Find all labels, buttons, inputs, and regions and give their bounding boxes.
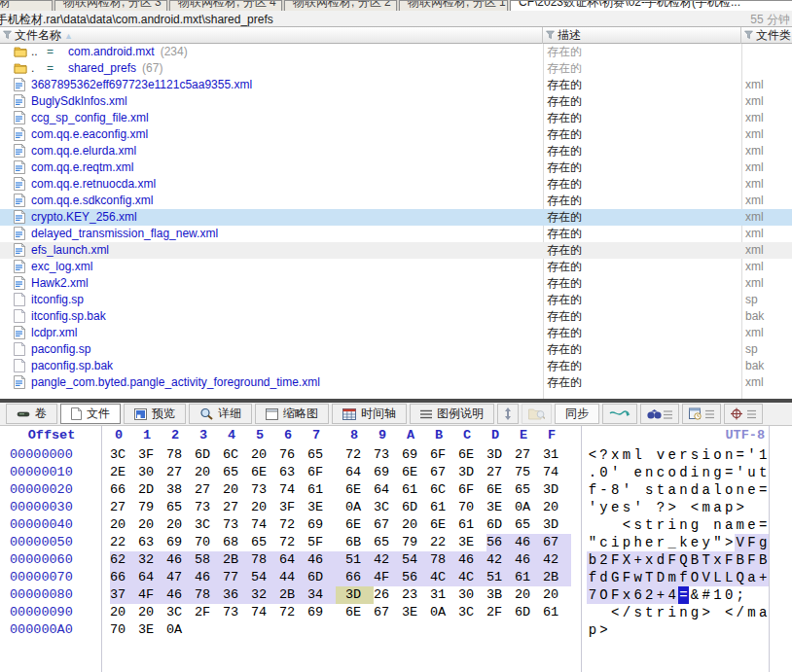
hex-byte[interactable]: 2B <box>543 569 571 586</box>
hex-byte[interactable]: 26 <box>374 586 402 604</box>
text-char[interactable]: B <box>757 551 769 569</box>
hex-byte[interactable]: 20 <box>195 464 223 481</box>
text-char[interactable]: n <box>678 604 690 621</box>
toolbar-button-缩略图[interactable]: 缩略图 <box>255 404 329 424</box>
hex-byte[interactable]: 27 <box>166 464 195 481</box>
file-row[interactable]: itconfig.sp.bak存在的bak <box>0 308 792 325</box>
text-char[interactable]: e <box>609 499 621 516</box>
hex-byte[interactable]: 65 <box>515 481 543 499</box>
text-char[interactable]: ' <box>735 464 746 481</box>
text-char[interactable]: ' <box>587 499 598 516</box>
hex-byte[interactable]: 6F <box>458 481 486 499</box>
hex-byte[interactable]: 2F <box>195 604 223 621</box>
hex-byte[interactable]: 63 <box>279 464 307 481</box>
hex-byte[interactable]: 76 <box>279 446 307 464</box>
hex-byte[interactable]: 6E <box>458 446 486 464</box>
toolbar-button-详细[interactable]: 详细 <box>189 404 252 424</box>
text-char[interactable]: O <box>689 569 701 586</box>
hex-byte[interactable]: 51 <box>486 569 515 586</box>
text-char[interactable]: x <box>643 551 655 569</box>
text-char[interactable]: G <box>609 569 621 586</box>
text-char[interactable]: f <box>587 569 598 586</box>
hex-byte[interactable]: 4C <box>458 569 486 586</box>
hex-byte[interactable]: 20 <box>110 516 138 534</box>
hex-byte[interactable]: 6D <box>515 604 543 621</box>
hex-byte[interactable]: 20 <box>166 516 195 534</box>
text-char[interactable]: a <box>666 481 678 499</box>
hex-byte[interactable]: 6B <box>336 534 374 551</box>
toolbar-button-图例说明[interactable]: 图例说明 <box>410 404 494 424</box>
hex-byte[interactable]: 6D <box>307 569 336 586</box>
hex-byte[interactable]: 44 <box>279 569 307 586</box>
hex-byte[interactable]: 69 <box>307 516 336 534</box>
hex-byte[interactable]: 46 <box>166 586 195 604</box>
hex-byte[interactable]: 3E <box>486 499 515 516</box>
hex-byte[interactable]: 58 <box>195 551 223 569</box>
hex-byte[interactable]: 67 <box>374 516 402 534</box>
hex-byte[interactable]: 6F <box>430 446 458 464</box>
hex-offset[interactable]: 00000020 <box>10 481 73 499</box>
toolbar-button-calendar-clock-icon[interactable] <box>682 404 721 424</box>
text-char[interactable]: < <box>689 499 701 516</box>
hex-byte[interactable]: 46 <box>458 551 486 569</box>
text-char[interactable]: x <box>609 446 621 464</box>
hex-byte[interactable]: 34 <box>307 586 336 604</box>
hex-byte[interactable]: 74 <box>251 604 279 621</box>
hex-byte[interactable]: 3D <box>336 586 374 604</box>
text-char[interactable]: ' <box>621 481 632 499</box>
hex-byte[interactable]: 6C <box>223 446 251 464</box>
text-char[interactable]: 0 <box>598 464 610 481</box>
text-char[interactable]: i <box>689 464 701 481</box>
text-char[interactable]: y <box>701 534 712 551</box>
hex-offset[interactable]: 000000A0 <box>10 621 73 639</box>
text-char[interactable]: > <box>735 499 746 516</box>
hex-byte[interactable]: 3D <box>458 464 486 481</box>
hex-byte[interactable]: 3C <box>195 516 223 534</box>
text-char[interactable]: / <box>621 604 632 621</box>
text-char[interactable]: F <box>621 569 632 586</box>
hex-byte[interactable]: 23 <box>402 586 430 604</box>
text-char[interactable]: g <box>689 516 701 534</box>
dir-link[interactable]: shared_prefs <box>68 61 136 75</box>
text-char[interactable]: x <box>621 586 632 604</box>
toolbar-button-卷[interactable]: 卷 <box>6 404 57 424</box>
hex-byte[interactable]: 3E <box>138 621 166 639</box>
file-row[interactable]: delayed_transmission_flag_new.xml存在的xml <box>0 226 792 242</box>
file-row[interactable]: lcdpr.xml存在的xml <box>0 325 792 341</box>
text-char[interactable]: r <box>678 446 690 464</box>
hex-byte[interactable]: 78 <box>195 586 223 604</box>
hex-byte[interactable]: 56 <box>486 534 515 551</box>
text-char[interactable]: T <box>701 551 712 569</box>
text-char[interactable]: T <box>643 569 655 586</box>
hex-byte[interactable]: 54 <box>402 551 430 569</box>
hex-byte[interactable]: 77 <box>223 569 251 586</box>
hex-offset[interactable]: 00000070 <box>10 569 73 586</box>
file-row[interactable]: pangle_com.byted.pangle_activity_foregro… <box>0 374 792 391</box>
column-header-filename[interactable]: 文件名称▲ <box>0 27 543 44</box>
text-char[interactable]: + <box>757 569 769 586</box>
file-row[interactable]: .=shared_prefs(67)存在的 <box>0 60 792 77</box>
hex-byte[interactable]: 3D <box>486 446 515 464</box>
text-char[interactable]: m <box>746 604 758 621</box>
file-row[interactable]: com.qq.e.elurda.xml存在的xml <box>0 143 792 159</box>
hex-byte[interactable]: 74 <box>279 481 307 499</box>
hex-byte[interactable]: 3F <box>279 499 307 516</box>
file-row[interactable]: itconfig.sp存在的sp <box>0 292 792 308</box>
hex-byte[interactable]: 72 <box>279 534 307 551</box>
text-char[interactable]: e <box>632 464 644 481</box>
hex-byte[interactable]: 20 <box>543 586 571 604</box>
hex-byte[interactable]: 46 <box>166 551 195 569</box>
hex-byte[interactable]: 6E <box>486 481 515 499</box>
text-char[interactable]: e <box>643 534 655 551</box>
toolbar-button-wave-arrow-icon[interactable] <box>602 404 637 424</box>
text-char[interactable]: 2 <box>598 551 610 569</box>
text-char[interactable]: c <box>598 534 610 551</box>
text-char[interactable]: r <box>655 516 666 534</box>
hex-byte[interactable]: 54 <box>251 569 279 586</box>
hex-byte[interactable]: 3C <box>166 604 195 621</box>
text-char[interactable]: m <box>621 446 632 464</box>
text-char[interactable]: < <box>587 446 598 464</box>
hex-byte[interactable]: 3D <box>543 481 571 499</box>
hex-byte[interactable]: 3C <box>110 446 138 464</box>
hex-offset[interactable]: 00000030 <box>10 499 73 516</box>
